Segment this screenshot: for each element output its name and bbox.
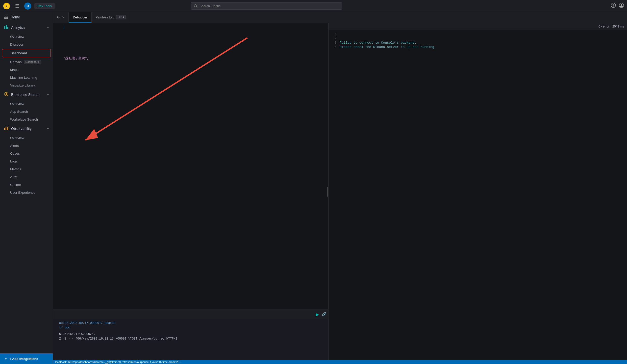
svg-rect-13 (4, 128, 5, 130)
history-line: ault2-2023.09.17-000001/_search (56, 321, 325, 325)
output-line: 3 Failed to connect to Console's backend… (332, 41, 624, 45)
editor-line: │ (53, 25, 328, 30)
editor-bottom-bar: ▶ 🔗 (53, 310, 328, 319)
analytics-icon (4, 25, 9, 30)
analytics-section-title: Analytics (11, 25, 25, 30)
copy-link-button[interactable]: 🔗 (322, 312, 326, 317)
app-body: Home Analytics ▾ Overview Disc (0, 12, 627, 364)
svg-rect-14 (6, 127, 6, 130)
url-display: localhost:5601/app/dashboards#/create?_g… (55, 360, 182, 363)
obs-uptime[interactable]: Uptime (0, 181, 53, 189)
sidebar-section-observability[interactable]: Observability ▾ (0, 123, 53, 134)
home-label: Home (11, 15, 20, 19)
top-navigation: e ☰ D Dev Tools Search Elastic ? (0, 0, 627, 12)
editor-line (53, 30, 328, 31)
time-status: 2043 ms (612, 25, 624, 28)
analytics-visualize[interactable]: Visualize Library (0, 81, 53, 89)
add-integrations-button[interactable]: ＋ + Add integrations (0, 353, 53, 364)
enterprise-search-title: Enterprise Search (11, 93, 39, 97)
svg-rect-15 (7, 127, 8, 130)
editor-line: "挽狂澜于既倒"} (53, 56, 328, 61)
tab-close-icon[interactable]: ✕ (62, 16, 64, 19)
svg-point-7 (621, 4, 622, 6)
svg-text:e: e (6, 4, 7, 8)
svg-rect-8 (4, 26, 5, 29)
tab-painless-lab[interactable]: Painless Lab BETA (92, 12, 130, 23)
error-status: 0 - error (598, 25, 609, 28)
search-placeholder: Search Elastic (199, 4, 220, 8)
analytics-discover[interactable]: Discover (0, 41, 53, 48)
svg-rect-16 (8, 126, 8, 130)
obs-alerts[interactable]: Alerts (0, 142, 53, 150)
editor-content[interactable]: │ "挽狂澜于既倒"} (53, 23, 328, 310)
analytics-ml[interactable]: Machine Learning (0, 74, 53, 81)
sidebar: Home Analytics ▾ Overview Disc (0, 12, 53, 364)
svg-text:?: ? (613, 4, 614, 7)
plus-icon: ＋ (4, 356, 7, 361)
dashboard-badge: Dashboard (24, 60, 41, 64)
editor-panel: │ "挽狂澜于既倒"} (53, 23, 329, 360)
svg-point-12 (6, 93, 7, 95)
history-line: 5-06T16:21:15.000Z", (56, 332, 325, 337)
console-area: │ "挽狂澜于既倒"} (53, 23, 627, 360)
obs-apm[interactable]: APM (0, 173, 53, 181)
es-overview[interactable]: Overview (0, 100, 53, 108)
obs-metrics[interactable]: Metrics (0, 165, 53, 173)
observability-title: Observability (11, 127, 32, 131)
tab-debugger[interactable]: Debugger (69, 12, 91, 23)
sidebar-item-home[interactable]: Home (0, 12, 53, 22)
enterprise-search-chevron: ▾ (47, 93, 49, 96)
elastic-logo[interactable]: e (3, 3, 10, 10)
es-workplace-search[interactable]: Workplace Search (0, 116, 53, 123)
output-toolbar: 0 - error 2043 ms (329, 23, 627, 30)
home-icon (4, 15, 8, 19)
history-line: 2.42 - - [06/May/2009:16:21:15 +0000] \"… (56, 337, 325, 341)
analytics-chevron: ▾ (47, 26, 49, 29)
svg-rect-9 (6, 25, 7, 29)
analytics-dashboard[interactable]: Dashboard (2, 49, 51, 57)
elastic-logo-icon: e (3, 3, 10, 10)
output-line: 1 (332, 32, 624, 36)
analytics-overview[interactable]: Overview (0, 33, 53, 41)
tab-painless-label: Painless Lab (96, 15, 114, 19)
sidebar-section-enterprise-search[interactable]: Enterprise Search ▾ (0, 89, 53, 100)
tab-console[interactable]: Gr ✕ (53, 12, 69, 23)
console-history: ault2-2023.09.17-000001/_search t/_doc 5… (53, 319, 328, 343)
sidebar-section-analytics[interactable]: Analytics ▾ (0, 22, 53, 33)
status-bar: localhost:5601/app/dashboards#/create?_g… (53, 360, 627, 364)
sidebar-navigation: Home Analytics ▾ Overview Disc (0, 12, 53, 353)
user-avatar[interactable]: D (24, 3, 31, 10)
es-app-search[interactable]: App Search (0, 108, 53, 116)
output-panel: 0 - error 2043 ms 1 2 3 Failed to connec… (329, 23, 627, 360)
output-content: 1 2 3 Failed to connect to Console's bac… (329, 30, 627, 360)
output-line: 2 (332, 36, 624, 41)
history-line: t/_doc (56, 325, 325, 330)
svg-point-2 (194, 5, 197, 7)
resize-handle[interactable] (327, 187, 328, 197)
enterprise-search-icon (4, 92, 9, 97)
user-menu-icon[interactable] (619, 3, 624, 9)
editor-input-section: ▶ 🔗 ault2-2023.09.17-000001/_search t/_d… (53, 310, 328, 360)
analytics-canvas[interactable]: Canvas Dashboard (0, 58, 53, 66)
beta-badge: BETA (116, 15, 126, 19)
global-search-bar[interactable]: Search Elastic (191, 2, 342, 10)
svg-line-3 (196, 7, 197, 8)
obs-logs[interactable]: Logs (0, 157, 53, 165)
analytics-maps[interactable]: Maps (0, 66, 53, 74)
help-icon[interactable]: ? (611, 3, 616, 9)
top-right-icons: ? (611, 3, 624, 9)
obs-cases[interactable]: Cases (0, 150, 53, 157)
tab-bar: Gr ✕ Debugger Painless Lab BETA (53, 12, 627, 23)
observability-icon (4, 126, 9, 131)
output-line: 4 Please check the Kibana server is up a… (332, 45, 624, 49)
dev-tools-tab[interactable]: Dev Tools (34, 3, 55, 9)
obs-overview[interactable]: Overview (0, 134, 53, 142)
svg-rect-10 (7, 27, 8, 29)
obs-user-experience[interactable]: User Experience (0, 189, 53, 197)
tab-console-label: Gr (57, 15, 61, 19)
search-icon (194, 4, 197, 8)
run-button[interactable]: ▶ (316, 312, 319, 317)
main-content: Gr ✕ Debugger Painless Lab BETA (53, 12, 627, 364)
observability-chevron: ▾ (47, 127, 49, 130)
menu-toggle[interactable]: ☰ (13, 2, 21, 10)
